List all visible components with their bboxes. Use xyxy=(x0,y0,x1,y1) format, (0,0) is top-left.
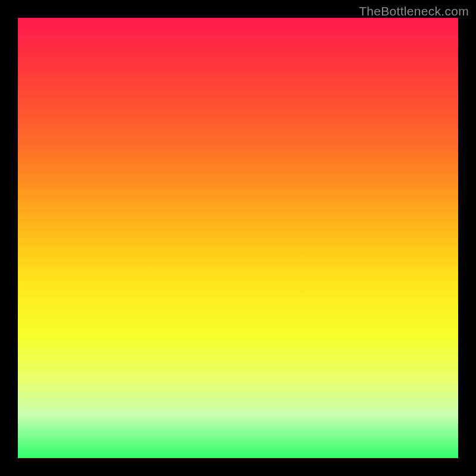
attribution-text: TheBottleneck.com xyxy=(359,4,469,18)
plot-area xyxy=(18,18,458,458)
gradient-background xyxy=(18,18,458,458)
chart-frame: TheBottleneck.com xyxy=(0,0,476,476)
